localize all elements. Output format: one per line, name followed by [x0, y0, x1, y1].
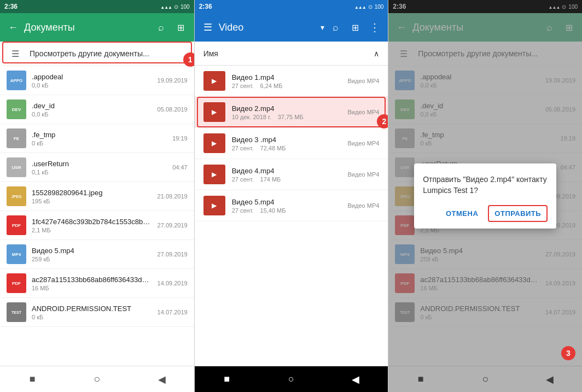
- file-item-pdf2-1[interactable]: PDF ac287a115133bb68ab86ff636433d06... 1…: [0, 269, 194, 298]
- video-thumb-3: [203, 133, 225, 153]
- file-meta-pdf2-1: 16 МБ: [32, 285, 153, 291]
- menu-button-2[interactable]: [201, 21, 214, 34]
- video-sort-header: Имя ∧: [195, 42, 388, 66]
- file-name-dev-1: .dev_id: [32, 102, 153, 110]
- file-name-fe-1: .fe_tmp: [32, 131, 168, 139]
- video-item-5[interactable]: Видео 5.mp4 27 сент. 15,40 МБ Видео MP4: [195, 190, 388, 221]
- signal-icon-2: [354, 3, 366, 10]
- nav-back-1[interactable]: [151, 368, 173, 390]
- battery-icon-2: 100: [375, 4, 384, 10]
- video-meta-2: 10 дек. 2018 г. 37,75 МБ: [232, 114, 348, 120]
- file-details-dev-1: .dev_id 0,0 кБ: [32, 102, 153, 118]
- file-item-test-1[interactable]: TEST ANDROID.PERMISSION.TEST 0 кБ 14.07.…: [0, 298, 194, 327]
- file-icon-dev-1: DEV: [7, 100, 26, 119]
- video-name-4: Видео 4.mp4: [232, 167, 348, 175]
- panel-3: 2:36 100 Документы ☰ Просмотреть другие …: [388, 0, 582, 392]
- search-button-2[interactable]: [329, 21, 342, 34]
- status-icons-1: 100: [160, 3, 189, 10]
- file-name-test-1: ANDROID.PERMISSION.TEST: [32, 305, 153, 313]
- video-item-2[interactable]: Видео 2.mp4 10 дек. 2018 г. 37,75 МБ Вид…: [195, 97, 388, 128]
- nav-stop-1[interactable]: [21, 368, 43, 390]
- video-type-4: Видео MP4: [348, 171, 380, 178]
- chevron-down-icon[interactable]: [321, 22, 324, 32]
- video-thumb-1: [203, 71, 225, 91]
- browse-row-1[interactable]: ☰ Просмотреть другие документы...: [0, 42, 194, 66]
- wifi-icon-1: [174, 3, 178, 10]
- video-info-3: Видео 3 .mp4 27 сент. 72,48 МБ: [232, 136, 348, 151]
- video-item-3[interactable]: Видео 3 .mp4 27 сент. 72,48 МБ Видео MP4: [195, 128, 388, 159]
- file-date-dev-1: 05.08.2019: [158, 106, 188, 113]
- video-name-2: Видео 2.mp4: [232, 104, 348, 113]
- time-1: 2:36: [4, 3, 18, 10]
- video-item-4[interactable]: Видео 4.mp4 27 сент. 174 МБ Видео MP4: [195, 159, 388, 190]
- nav-home-1[interactable]: [86, 368, 108, 390]
- nav-back-2[interactable]: [345, 368, 366, 390]
- video-type-5: Видео MP4: [348, 202, 380, 209]
- file-details-pdf1-1: 1fc427e7468c393b2b784c1553c8b75... 2,1 М…: [32, 218, 153, 233]
- video-item-1[interactable]: Видео 1.mp4 27 сент. 6,24 МБ Видео MP4: [195, 66, 388, 97]
- video-type-1: Видео MP4: [348, 78, 380, 84]
- video-date-4: 27 сент.: [232, 176, 254, 183]
- dialog-confirm-button[interactable]: ОТПРАВИТЬ: [488, 205, 548, 222]
- file-name-1: .appodeal: [32, 73, 153, 81]
- file-item-appodeal-1[interactable]: APPO .appodeal 0,0 кБ 19.09.2019: [0, 66, 194, 95]
- file-date-jpeg-1: 21.09.2019: [158, 193, 188, 200]
- video-info-1: Видео 1.mp4 27 сент. 6,24 МБ: [232, 73, 348, 89]
- dialog-box: Отправить "Видео 2.mp4" контакту Lumpics…: [414, 163, 556, 228]
- video-meta-4: 27 сент. 174 МБ: [232, 176, 348, 183]
- file-icon-jpeg-1: JPEG: [7, 186, 26, 206]
- nav-home-2[interactable]: [281, 368, 302, 390]
- nav-stop-2[interactable]: [216, 368, 238, 390]
- panel-1: 2:36 100 Документы ☰ Просмотреть другие …: [0, 0, 194, 392]
- video-thumb-5: [203, 196, 225, 215]
- back-button-1[interactable]: [7, 21, 20, 34]
- file-details-appodeal-1: .appodeal 0,0 кБ: [32, 73, 153, 89]
- video-meta-3: 27 сент. 72,48 МБ: [232, 145, 348, 151]
- video-2-wrapper: Видео 2.mp4 10 дек. 2018 г. 37,75 МБ Вид…: [195, 97, 388, 128]
- file-name-pdf2-1: ac287a115133bb68ab86ff636433d06...: [32, 276, 153, 284]
- file-item-devid-1[interactable]: DEV .dev_id 0,0 кБ 05.08.2019: [0, 95, 194, 124]
- search-button-1[interactable]: [155, 21, 168, 34]
- file-icon-fe-1: FE: [7, 128, 26, 148]
- sort-asc-icon[interactable]: ∧: [374, 49, 379, 58]
- file-date-1: 19.09.2019: [158, 77, 188, 84]
- wifi-icon-2: [368, 3, 373, 10]
- file-meta-dev-1: 0,0 кБ: [32, 111, 153, 118]
- file-date-test-1: 14.07.2019: [158, 309, 188, 315]
- video-size-4: 174 МБ: [260, 176, 281, 183]
- file-item-fe-1[interactable]: FE .fe_tmp 0 кБ 19:19: [0, 124, 194, 153]
- more-button-2[interactable]: [368, 21, 381, 34]
- status-bar-2: 2:36 100: [195, 0, 388, 13]
- signal-icon-1: [160, 3, 172, 10]
- file-item-mp4-1[interactable]: MP4 Видео 5.mp4 259 кБ 27.09.2019: [0, 240, 194, 269]
- circle-3: 3: [561, 346, 575, 360]
- video-date-5: 27 сент.: [232, 207, 254, 214]
- grid-button-2[interactable]: [348, 21, 362, 34]
- file-name-user-1: .userReturn: [32, 160, 168, 168]
- file-meta-user-1: 0,1 кБ: [32, 169, 168, 175]
- dialog-overlay: Отправить "Видео 2.mp4" контакту Lumpics…: [388, 0, 582, 392]
- browse-icon-1: ☰: [7, 47, 24, 60]
- file-item-jpeg-1[interactable]: JPEG 15528982809641.jpeg 195 кБ 21.09.20…: [0, 182, 194, 211]
- file-details-mp4-1: Видео 5.mp4 259 кБ: [32, 247, 153, 262]
- file-details-pdf2-1: ac287a115133bb68ab86ff636433d06... 16 МБ: [32, 276, 153, 291]
- video-date-3: 27 сент.: [232, 145, 254, 151]
- status-icons-2: 100: [354, 3, 383, 10]
- video-title-wrapper: Video: [219, 22, 325, 33]
- video-size-2: 37,75 МБ: [278, 114, 304, 120]
- file-details-jpeg-1: 15528982809641.jpeg 195 кБ: [32, 189, 153, 204]
- filter-button-1[interactable]: [174, 21, 188, 34]
- file-item-user-1[interactable]: USR .userReturn 0,1 кБ 04:47: [0, 153, 194, 182]
- video-size-1: 6,24 МБ: [260, 83, 283, 89]
- app-bar-icons-2: [329, 21, 381, 34]
- dialog-cancel-button[interactable]: ОТМЕНА: [440, 205, 484, 222]
- file-meta-jpeg-1: 195 кБ: [32, 198, 153, 204]
- file-date-fe-1: 19:19: [172, 135, 188, 142]
- file-meta-fe-1: 0 кБ: [32, 140, 168, 147]
- file-meta-pdf1-1: 2,1 МБ: [32, 227, 153, 233]
- file-item-pdf1-1[interactable]: PDF 1fc427e7468c393b2b784c1553c8b75... 2…: [0, 211, 194, 240]
- video-meta-1: 27 сент. 6,24 МБ: [232, 83, 348, 89]
- video-name-1: Видео 1.mp4: [232, 73, 348, 81]
- confirm-wrapper: ОТПРАВИТЬ: [488, 205, 548, 222]
- file-date-mp4-1: 27.09.2019: [158, 251, 188, 258]
